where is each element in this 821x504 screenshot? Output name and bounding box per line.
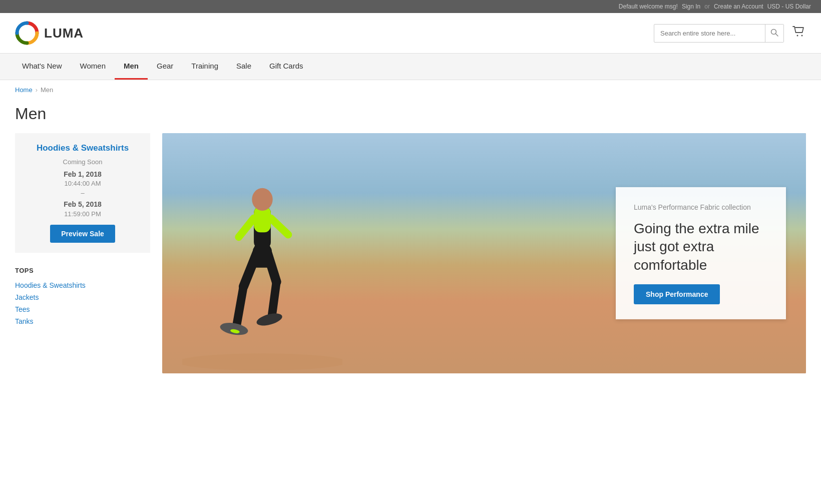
svg-point-8 bbox=[252, 188, 272, 211]
nav-list: What's New Women Men Gear Training Sale … bbox=[0, 54, 821, 80]
sign-in-link[interactable]: Sign In bbox=[682, 3, 700, 10]
nav-item-whats-new[interactable]: What's New bbox=[13, 54, 71, 80]
sale-card-time-start: 10:44:00 AM bbox=[25, 180, 140, 187]
hero-collection-label: Luma's Performance Fabric collection bbox=[634, 202, 768, 213]
runner-figure bbox=[182, 145, 342, 373]
sale-card-coming-soon: Coming Soon bbox=[25, 158, 140, 166]
sidebar-link-hoodies[interactable]: Hoodies & Sweatshirts bbox=[15, 279, 150, 291]
nav-item-men[interactable]: Men bbox=[115, 54, 148, 80]
preview-sale-button[interactable]: Preview Sale bbox=[50, 225, 115, 243]
sidebar-link-jackets[interactable]: Jackets bbox=[15, 291, 150, 303]
breadcrumb-separator: › bbox=[36, 86, 38, 94]
sidebar-link-tees[interactable]: Tees bbox=[15, 303, 150, 315]
nav-item-women[interactable]: Women bbox=[71, 54, 115, 80]
nav-link-sale[interactable]: Sale bbox=[227, 54, 260, 78]
hero-headline: Going the extra mile just got extra comf… bbox=[634, 220, 768, 274]
or-separator: or bbox=[704, 3, 710, 10]
svg-point-4 bbox=[801, 35, 803, 36]
sidebar: Hoodies & Sweatshirts Coming Soon Feb 1,… bbox=[15, 133, 150, 373]
sale-card-time-end: 11:59:00 PM bbox=[25, 210, 140, 218]
sale-card: Hoodies & Sweatshirts Coming Soon Feb 1,… bbox=[15, 133, 150, 253]
currency-selector[interactable]: USD - US Dollar bbox=[767, 3, 811, 10]
sale-card-product-link[interactable]: Hoodies & Sweatshirts bbox=[25, 143, 140, 153]
page-title: Men bbox=[0, 100, 821, 133]
svg-point-16 bbox=[219, 321, 249, 337]
svg-line-12 bbox=[272, 282, 276, 317]
luma-logo-icon bbox=[15, 21, 39, 45]
sale-card-date-start: Feb 1, 2018 bbox=[25, 169, 140, 180]
logo-text: LUMA bbox=[44, 26, 84, 41]
search-input[interactable] bbox=[654, 26, 765, 41]
sidebar-item-jackets[interactable]: Jackets bbox=[15, 291, 150, 303]
site-header: LUMA bbox=[0, 13, 821, 54]
hero-banner: Luma's Performance Fabric collection Goi… bbox=[162, 133, 806, 373]
svg-line-2 bbox=[776, 34, 778, 36]
top-bar: Default welcome msg! Sign In or Create a… bbox=[0, 0, 821, 13]
main-nav: What's New Women Men Gear Training Sale … bbox=[0, 54, 821, 80]
shop-performance-button[interactable]: Shop Performance bbox=[634, 284, 720, 304]
nav-link-men[interactable]: Men bbox=[115, 54, 148, 80]
content-wrap: Hoodies & Sweatshirts Coming Soon Feb 1,… bbox=[0, 133, 821, 393]
sale-card-dash: – bbox=[25, 189, 140, 197]
svg-rect-18 bbox=[253, 246, 272, 267]
sidebar-section-tops: TOPS bbox=[15, 267, 150, 274]
nav-link-women[interactable]: Women bbox=[71, 54, 115, 78]
cart-svg bbox=[792, 25, 806, 39]
welcome-message: Default welcome msg! bbox=[619, 3, 678, 10]
sidebar-item-tees[interactable]: Tees bbox=[15, 303, 150, 315]
runner-svg bbox=[182, 143, 342, 373]
nav-item-gift-cards[interactable]: Gift Cards bbox=[260, 54, 312, 80]
breadcrumb-home[interactable]: Home bbox=[15, 86, 33, 94]
create-account-link[interactable]: Create an Account bbox=[714, 3, 763, 10]
nav-item-gear[interactable]: Gear bbox=[148, 54, 182, 80]
sidebar-item-tanks[interactable]: Tanks bbox=[15, 315, 150, 327]
nav-link-training[interactable]: Training bbox=[182, 54, 227, 78]
nav-link-gear[interactable]: Gear bbox=[148, 54, 182, 78]
logo-link[interactable]: LUMA bbox=[15, 21, 84, 45]
sidebar-nav-list: Hoodies & Sweatshirts Jackets Tees Tanks bbox=[15, 279, 150, 327]
hero-overlay-card: Luma's Performance Fabric collection Goi… bbox=[616, 187, 786, 319]
sidebar-link-tanks[interactable]: Tanks bbox=[15, 315, 150, 327]
svg-line-9 bbox=[271, 218, 288, 235]
nav-link-whats-new[interactable]: What's New bbox=[13, 54, 71, 78]
svg-line-15 bbox=[236, 286, 243, 326]
cart-icon[interactable] bbox=[792, 25, 806, 42]
breadcrumb: Home › Men bbox=[0, 80, 821, 100]
nav-item-training[interactable]: Training bbox=[182, 54, 227, 80]
svg-point-5 bbox=[182, 353, 342, 370]
sale-card-date-end: Feb 5, 2018 bbox=[25, 199, 140, 210]
search-icon bbox=[770, 29, 778, 37]
breadcrumb-current: Men bbox=[41, 86, 53, 94]
nav-item-sale[interactable]: Sale bbox=[227, 54, 260, 80]
nav-link-gift-cards[interactable]: Gift Cards bbox=[260, 54, 312, 78]
svg-point-3 bbox=[797, 35, 798, 36]
search-bar bbox=[654, 24, 784, 43]
header-right bbox=[654, 24, 806, 43]
svg-line-10 bbox=[239, 218, 254, 237]
search-button[interactable] bbox=[765, 25, 783, 42]
sidebar-item-hoodies[interactable]: Hoodies & Sweatshirts bbox=[15, 279, 150, 291]
